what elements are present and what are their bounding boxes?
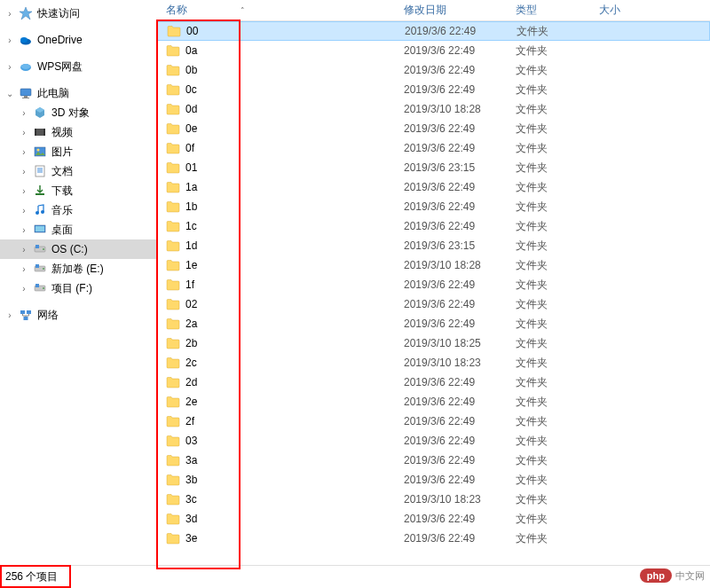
chevron-right-icon[interactable]: › — [18, 106, 30, 119]
file-row[interactable]: 032019/3/6 22:49文件夹 — [157, 431, 710, 451]
file-name-cell: 1c — [157, 220, 395, 232]
svg-rect-32 — [27, 310, 31, 314]
file-name-cell: 2c — [157, 357, 395, 369]
file-row[interactable]: 1a2019/3/6 22:49文件夹 — [157, 177, 710, 197]
tree-item[interactable]: ›OneDrive — [0, 30, 157, 50]
file-type-cell: 文件夹 — [507, 63, 590, 78]
file-name-label: 01 — [185, 161, 197, 174]
file-row[interactable]: 0d2019/3/10 18:28文件夹 — [157, 99, 710, 119]
chevron-right-icon[interactable]: › — [18, 204, 30, 216]
chevron-right-icon[interactable]: › — [18, 145, 30, 158]
file-row[interactable]: 0b2019/3/6 22:49文件夹 — [157, 60, 710, 80]
file-row[interactable]: 2f2019/3/6 22:49文件夹 — [157, 412, 710, 431]
chevron-right-icon[interactable]: › — [18, 184, 30, 197]
tree-item[interactable]: ›OS (C:) — [0, 239, 157, 259]
tree-item[interactable]: ›3D 对象 — [0, 103, 157, 122]
file-row[interactable]: 2e2019/3/6 22:49文件夹 — [157, 392, 710, 412]
file-type-cell: 文件夹 — [507, 473, 590, 488]
file-row[interactable]: 1f2019/3/6 22:49文件夹 — [157, 275, 710, 294]
column-header-name[interactable]: 名称 ˄ — [157, 0, 395, 20]
file-row[interactable]: 3a2019/3/6 22:49文件夹 — [157, 451, 710, 470]
folder-icon — [166, 200, 180, 213]
tree-item-label: 图片 — [51, 145, 73, 160]
file-date-cell: 2019/3/6 22:49 — [395, 376, 507, 388]
tree-item-label: 项目 (F:) — [51, 281, 92, 296]
file-name-label: 0f — [185, 142, 194, 154]
file-row[interactable]: 0a2019/3/6 22:49文件夹 — [157, 41, 710, 60]
file-name-label: 02 — [185, 298, 197, 310]
chevron-down-icon[interactable]: ⌄ — [4, 87, 16, 99]
file-row[interactable]: 2d2019/3/6 22:49文件夹 — [157, 372, 710, 392]
tree-item[interactable]: ›桌面 — [0, 220, 157, 239]
folder-icon — [166, 357, 180, 369]
chevron-right-icon[interactable]: › — [4, 7, 16, 20]
drive-icon — [32, 281, 48, 295]
chevron-right-icon[interactable]: › — [18, 126, 30, 138]
file-row[interactable]: 012019/3/6 23:15文件夹 — [157, 158, 710, 177]
file-row[interactable]: 2a2019/3/6 22:49文件夹 — [157, 314, 710, 333]
tree-item[interactable]: ›视频 — [0, 122, 157, 142]
tree-item[interactable]: ›新加卷 (E:) — [0, 259, 157, 278]
column-header-name-label: 名称 — [166, 3, 187, 18]
folder-icon — [166, 122, 180, 135]
file-type-cell: 文件夹 — [507, 43, 590, 59]
file-row[interactable]: 0c2019/3/6 22:49文件夹 — [157, 80, 710, 99]
file-type-cell: 文件夹 — [507, 453, 590, 468]
chevron-right-icon[interactable]: › — [4, 309, 16, 321]
column-header-type[interactable]: 类型 — [507, 0, 590, 20]
tree-item[interactable]: ›文档 — [0, 161, 157, 181]
file-row[interactable]: 0f2019/3/6 22:49文件夹 — [157, 138, 710, 158]
tree-item[interactable]: ›WPS网盘 — [0, 57, 157, 76]
file-name-cell: 3b — [157, 474, 395, 486]
chevron-right-icon[interactable]: › — [18, 243, 30, 255]
folder-icon — [166, 142, 180, 154]
tree-item[interactable]: ›项目 (F:) — [0, 278, 157, 298]
chevron-right-icon[interactable]: › — [18, 223, 30, 236]
file-type-cell: 文件夹 — [507, 82, 590, 98]
file-name-label: 1f — [185, 278, 194, 291]
file-row[interactable]: 3d2019/3/6 22:49文件夹 — [157, 509, 710, 529]
file-row[interactable]: 2b2019/3/10 18:25文件夹 — [157, 333, 710, 353]
file-date-cell: 2019/3/6 22:49 — [395, 415, 507, 427]
file-name-cell: 2a — [157, 318, 395, 330]
tree-item[interactable]: ›快速访问 — [0, 4, 157, 23]
chevron-right-icon[interactable]: › — [18, 165, 30, 177]
file-row[interactable]: 1c2019/3/6 22:49文件夹 — [157, 216, 710, 236]
file-name-cell: 1b — [157, 200, 395, 213]
tree-item-label: OneDrive — [37, 34, 83, 46]
tree-item[interactable]: ›图片 — [0, 142, 157, 161]
tree-item[interactable]: ›网络 — [0, 305, 157, 325]
column-header-size[interactable]: 大小 — [590, 0, 679, 20]
file-row[interactable]: 022019/3/6 22:49文件夹 — [157, 294, 710, 314]
item-count-label: 256 个项目 — [5, 569, 58, 584]
file-name-cell: 2e — [157, 396, 395, 408]
tree-item[interactable]: ⌄此电脑 — [0, 83, 157, 103]
file-row[interactable]: 1b2019/3/6 22:49文件夹 — [157, 197, 710, 216]
file-row[interactable]: 3c2019/3/10 18:23文件夹 — [157, 490, 710, 509]
file-name-cell: 00 — [158, 25, 396, 37]
file-date-cell: 2019/3/6 22:49 — [395, 64, 507, 76]
chevron-right-icon[interactable]: › — [4, 34, 16, 46]
file-date-cell: 2019/3/10 18:23 — [395, 493, 507, 506]
chevron-right-icon[interactable]: › — [18, 282, 30, 294]
file-type-cell: 文件夹 — [507, 336, 590, 351]
drive-icon — [32, 242, 48, 256]
folder-icon — [166, 278, 180, 291]
file-row[interactable]: 2c2019/3/10 18:23文件夹 — [157, 353, 710, 372]
chevron-right-icon[interactable]: › — [4, 60, 16, 73]
column-header-date[interactable]: 修改日期 — [395, 0, 507, 20]
file-row[interactable]: 0e2019/3/6 22:49文件夹 — [157, 119, 710, 138]
file-date-cell: 2019/3/6 23:15 — [395, 161, 507, 174]
tree-item-label: 快速访问 — [37, 6, 80, 21]
folder-icon — [166, 513, 180, 525]
file-row[interactable]: 1d2019/3/6 23:15文件夹 — [157, 236, 710, 255]
chevron-right-icon[interactable]: › — [18, 263, 30, 275]
file-row[interactable]: 1e2019/3/10 18:28文件夹 — [157, 255, 710, 275]
file-row[interactable]: 3b2019/3/6 22:49文件夹 — [157, 470, 710, 490]
tree-item[interactable]: ›音乐 — [0, 200, 157, 220]
svg-rect-21 — [36, 226, 44, 231]
file-row[interactable]: 3e2019/3/6 22:49文件夹 — [157, 529, 710, 548]
file-row[interactable]: 002019/3/6 22:49文件夹 — [157, 21, 710, 41]
svg-rect-24 — [36, 245, 39, 248]
tree-item[interactable]: ›下载 — [0, 181, 157, 200]
